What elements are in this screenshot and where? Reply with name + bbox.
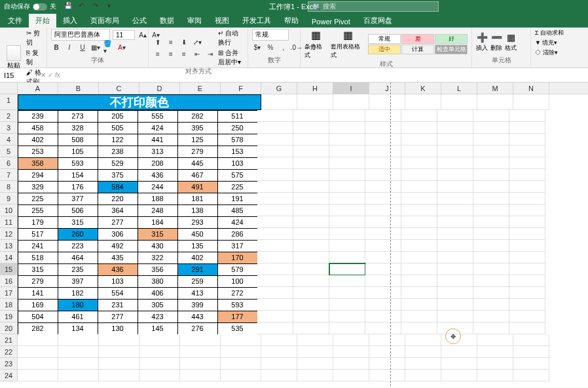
cell-J15[interactable] [365,263,401,275]
cell-I10[interactable] [329,204,365,216]
cell-H1[interactable] [297,94,333,110]
cell-G7[interactable] [257,169,293,181]
cell-M9[interactable] [473,193,509,204]
cell-L5[interactable] [437,146,473,157]
cell-K10[interactable] [401,204,437,216]
cell-G12[interactable] [257,228,293,240]
cell-J1[interactable] [369,94,405,110]
cell-F16[interactable]: 100 [217,275,258,288]
cell-H10[interactable] [293,204,329,216]
cell-H2[interactable] [293,110,329,122]
cell-L21[interactable] [441,334,477,346]
col-header-D[interactable]: D [139,83,180,94]
cell-D19[interactable]: 423 [138,311,178,323]
cell-N11[interactable] [509,216,545,228]
cell-M23[interactable] [477,358,513,370]
cell-L2[interactable] [437,110,473,122]
cell-A4[interactable]: 402 [18,134,58,146]
tab-帮助[interactable]: 帮助 [278,14,305,28]
cell-G13[interactable] [257,240,293,252]
clear-button[interactable]: ◇ 清除▾ [535,48,558,57]
toggle-switch[interactable] [33,3,47,10]
cell-K5[interactable] [401,146,437,157]
row-header-8[interactable]: 8 [0,181,18,193]
cell-J13[interactable] [365,240,401,252]
cell-M22[interactable] [477,346,513,358]
cell-K22[interactable] [405,346,441,358]
undo-icon[interactable]: ↶ [79,2,88,11]
cell-F7[interactable]: 575 [217,169,258,182]
cell-J22[interactable] [369,346,405,358]
cell-J9[interactable] [365,193,401,204]
style-calc[interactable]: 计算 [401,45,434,54]
cell-G3[interactable] [257,122,293,134]
cell-J12[interactable] [365,228,401,240]
cell-B20[interactable]: 134 [58,322,98,335]
cell-C2[interactable]: 205 [98,110,138,123]
cell-H8[interactable] [293,181,329,193]
cell-A6[interactable]: 358 [18,157,58,170]
cell-K2[interactable] [401,110,437,122]
cell-B23[interactable] [58,358,99,370]
tab-开始[interactable]: 开始 [29,14,56,28]
cell-M13[interactable] [473,240,509,252]
align-bottom-icon[interactable]: ⬇ [179,37,189,47]
cell-M16[interactable] [473,275,509,287]
redo-icon[interactable]: ↷ [93,2,102,11]
col-header-F[interactable]: F [221,83,261,94]
cell-E9[interactable]: 181 [177,193,218,205]
cell-B15[interactable]: 235 [58,263,98,276]
cell-G17[interactable] [257,287,293,299]
cell-A7[interactable]: 294 [18,169,58,182]
cell-C21[interactable] [99,334,139,346]
cell-E5[interactable]: 279 [177,146,218,158]
percent-icon[interactable]: % [265,42,276,52]
cell-F5[interactable]: 153 [217,146,258,158]
insert-icon[interactable]: ➕ [477,32,488,43]
col-header-A[interactable]: A [18,83,58,94]
cell-A11[interactable]: 179 [18,216,58,229]
row-header-6[interactable]: 6 [0,157,18,169]
cell-D16[interactable]: 380 [138,275,178,288]
col-header-J[interactable]: J [369,83,405,94]
cell-A10[interactable]: 255 [18,204,58,217]
row-header-11[interactable]: 11 [0,216,18,228]
cell-G6[interactable] [257,157,293,169]
table-format-icon[interactable]: ▦ [343,29,353,41]
cell-I9[interactable] [329,193,365,204]
paste-button[interactable]: 粘贴 [4,44,24,71]
cell-D5[interactable]: 313 [138,146,178,158]
col-header-G[interactable]: G [261,83,297,94]
cell-B8[interactable]: 176 [58,181,98,193]
cell-D15[interactable]: 356 [138,263,178,276]
cell-N19[interactable] [509,311,545,322]
cell-A2[interactable]: 239 [18,110,58,123]
fx-icon[interactable]: fx [55,71,60,79]
align-center-icon[interactable]: ≡ [166,48,176,59]
cell-I21[interactable] [333,334,369,346]
cell-D2[interactable]: 555 [138,110,178,123]
cell-F17[interactable]: 272 [217,287,258,300]
cell-B14[interactable]: 464 [58,252,98,264]
cell-C3[interactable]: 505 [98,122,138,134]
cell-J7[interactable] [365,169,401,181]
cell-A17[interactable]: 141 [18,287,58,300]
cell-B2[interactable]: 273 [58,110,98,123]
cell-J23[interactable] [369,358,405,370]
row-header-12[interactable]: 12 [0,228,18,240]
cell-A14[interactable]: 518 [18,252,58,264]
cell-F2[interactable]: 511 [217,110,258,123]
cell-L16[interactable] [437,275,473,287]
cell-L17[interactable] [437,287,473,299]
col-header-C[interactable]: C [99,83,139,94]
cell-J18[interactable] [365,299,401,311]
cell-E2[interactable]: 282 [177,110,218,123]
cell-H3[interactable] [293,122,329,134]
row-header-19[interactable]: 19 [0,311,18,322]
comma-icon[interactable]: , [278,42,289,52]
col-header-B[interactable]: B [58,83,99,94]
font-name-select[interactable]: 阿里巴巴普惠体 [51,29,110,41]
cell-N9[interactable] [509,193,545,204]
cell-F23[interactable] [221,358,261,370]
cell-C24[interactable] [99,370,139,381]
